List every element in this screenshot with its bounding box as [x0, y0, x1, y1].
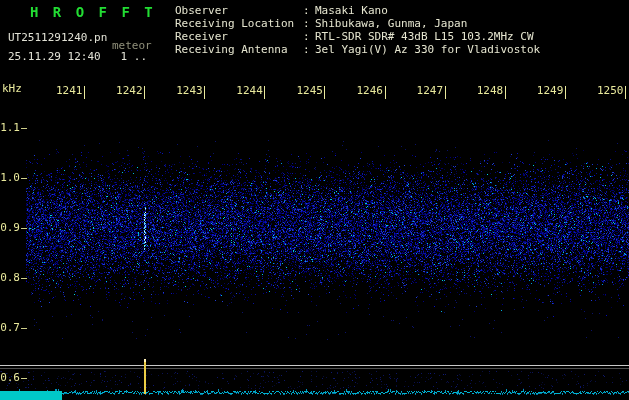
info-row-antenna: Receiving Antenna:3el Yagi(V) Az 330 for… [175, 43, 540, 56]
info-label: Observer [175, 4, 303, 17]
info-row-location: Receiving Location:Shibukawa, Gunma, Jap… [175, 17, 540, 30]
info-colon: : [303, 4, 315, 17]
freq-unit-label: kHz [2, 82, 22, 95]
info-value: Masaki Kano [315, 4, 540, 17]
output-filename: UT2511291240.pn [8, 31, 107, 44]
info-value: RTL-SDR SDR# 43dB L15 103.2MHz CW [315, 30, 540, 43]
info-row-observer: Observer:Masaki Kano [175, 4, 540, 17]
info-label: Receiver [175, 30, 303, 43]
info-label: Receiving Antenna [175, 43, 303, 56]
hrofft-screen: H R O F F T UT2511291240.pn meteor 25.11… [0, 0, 629, 400]
info-colon: : [303, 43, 315, 56]
info-row-receiver: Receiver:RTL-SDR SDR# 43dB L15 103.2MHz … [175, 30, 540, 43]
datetime-status: 25.11.29 12:40 1 .. [8, 50, 147, 63]
info-value: Shibukawa, Gunma, Japan [315, 17, 540, 30]
info-colon: : [303, 17, 315, 30]
app-title: H R O F F T [30, 4, 156, 20]
info-colon: : [303, 30, 315, 43]
station-info: Observer:Masaki Kano Receiving Location:… [175, 4, 540, 56]
info-value: 3el Yagi(V) Az 330 for Vladivostok [315, 43, 540, 56]
info-label: Receiving Location [175, 17, 303, 30]
